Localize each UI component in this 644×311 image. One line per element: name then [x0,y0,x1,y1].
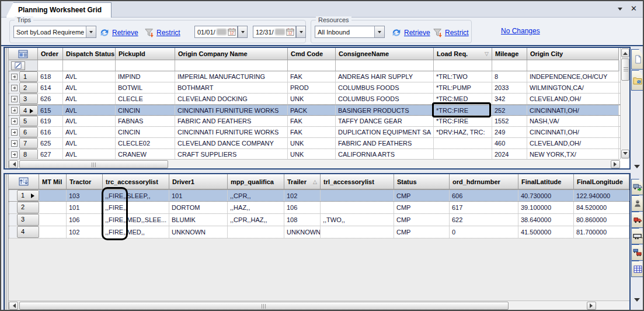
column-header-driver1[interactable]: Driver1 [169,174,228,189]
hscroll-thumb[interactable] [19,160,168,168]
cell-origin_city[interactable]: CLEVELAND,OH/ [527,138,619,148]
cell-dispatch_status[interactable]: AVL [63,149,116,159]
cell-load_req[interactable]: *DRV:HAZ, TRC: [434,127,492,137]
cell-origin_city[interactable]: NEW YORK,TX/ [527,149,619,159]
cell-dispatch_status[interactable]: AVL [63,127,116,137]
cell-origin_company[interactable]: CINCINNATI FURNITURE WORKS [175,105,288,115]
cell-mpp_qualifica[interactable]: ,,HAZ,, [228,202,284,213]
cell-final_latitude[interactable]: 40.730000 [518,190,574,201]
row-header[interactable]: 1 [17,190,39,201]
scroll-down-button[interactable] [621,150,629,158]
trips-retrieve-link[interactable]: Retrieve [99,27,138,38]
trips-sort-combo-arrow-icon[interactable] [86,26,96,37]
hscroll-thumb[interactable] [19,302,509,310]
trips-hscrollbar[interactable] [9,159,620,168]
cell-cmd_code[interactable]: PACK [288,105,336,115]
cell-origin_company[interactable]: CRAFT SUPPLIERS [175,149,288,159]
scroll-up-button[interactable] [621,49,629,57]
expand-row-button[interactable] [11,107,18,113]
cell-tractor[interactable]: 102 [67,226,103,238]
cell-mpp_qualifica[interactable] [228,226,284,238]
cell-final_longitude[interactable]: 122.940000 [574,190,629,201]
cell-origin_company[interactable]: CINCINNATI FURNITURE WORKS [175,127,288,137]
cell-consignee[interactable]: ANDREAS HAIR SUPPLY [336,71,434,82]
resources-combo-arrow-icon[interactable] [374,26,384,37]
trips-sort-combo[interactable]: Sort byLoad Requireme [13,26,96,38]
filter-cell-load_req[interactable] [434,60,492,71]
filter-row-button[interactable] [11,61,25,70]
column-header-load_req[interactable]: Load Req.▽ [434,48,492,60]
column-header-final_latitude[interactable]: FinalLatitude [518,174,574,189]
cell-consignee[interactable]: BASINGER PRODUCTS [336,105,434,115]
cell-mileage[interactable]: 252 [492,105,527,115]
cell-origin_city[interactable]: CLEVELAND,OH/ [527,94,619,104]
column-header-mpp_qualifica[interactable]: mpp_qualifica [228,174,284,189]
row-header[interactable]: 5 [19,116,38,126]
cell-final_longitude[interactable]: 80.860000 [574,214,629,226]
row-header[interactable]: 3 [19,94,38,104]
cell-driver1[interactable]: UNKNOWN [169,226,228,238]
cell-origin_city[interactable]: NASH,VA/ [527,116,619,126]
filter-cell-dispatch_status[interactable] [63,60,116,71]
cell-consignee[interactable]: COLUMBUS FOODS [336,94,434,104]
cell-load_req[interactable]: *TRL:PUMP [434,82,492,93]
cell-trl_accessorylist[interactable] [321,190,394,201]
cell-mt_mil[interactable] [39,190,67,201]
cell-trailer[interactable]: 108 [284,214,321,226]
filter-cell-pickupid[interactable] [116,60,175,71]
cell-cmd_code[interactable]: UNK [288,94,336,104]
resources-restrict-link[interactable]: Restrict [433,27,469,38]
cell-mt_mil[interactable] [39,202,67,213]
filter-cell-cmd_code[interactable] [288,60,336,71]
cell-consignee[interactable]: TAFFY DANCE GEAR [336,116,434,126]
cell-mileage[interactable]: 2033 [492,82,527,93]
cell-status[interactable]: CMP [394,214,450,226]
cell-trl_accessorylist[interactable]: ,,TWO,, [321,214,394,226]
column-header-pickupid[interactable]: PickupId [116,48,175,60]
cell-origin_company[interactable]: FABRIC AND FEATHERS [175,116,288,126]
scroll-right-button[interactable] [587,302,596,310]
cell-origin_company[interactable]: CLEVELAND DOCKING [175,94,288,104]
cell-origin_city[interactable]: CINCINNATI,OH/ [527,105,619,115]
row-header[interactable]: 4 [19,105,38,115]
column-header-origin_city[interactable]: Origin City [527,48,619,60]
sidebar-tab-tractor[interactable] [631,212,644,228]
filter-cell-order[interactable] [38,60,63,71]
cell-tractor[interactable]: 103 [67,190,103,201]
column-header-tractor[interactable]: Tractor [67,174,103,189]
cell-cmd_code[interactable]: UNK [288,149,336,159]
cell-dispatch_status[interactable]: AVL [63,82,116,93]
close-button[interactable]: ✕ [631,5,637,13]
cell-origin_company[interactable]: BOTHMART [175,82,288,93]
no-changes-link[interactable]: No Changes [501,27,540,35]
cell-mpp_qualifica[interactable]: ,,CPR,,HAZ,, [228,214,284,226]
cell-load_req[interactable] [434,138,492,148]
column-header-mt_mil[interactable]: MT Mil [39,174,67,189]
cell-pickupid[interactable]: FABNAS [116,116,175,126]
row-header[interactable]: 4 [17,226,39,238]
cell-origin_city[interactable]: WILMINGTON,CA/ [527,82,619,93]
row-header[interactable]: 2 [17,202,39,213]
expand-row-button[interactable] [11,140,18,147]
cell-status[interactable]: CMP [394,226,450,238]
cell-cmd_code[interactable]: FAK [288,71,336,82]
scroll-left-button[interactable] [9,302,18,310]
cell-tractor[interactable]: 101 [67,202,103,213]
cell-consignee[interactable]: DUPLICATION EQUIPMENT SA [336,127,434,137]
cell-final_longitude[interactable]: 81.700000 [574,226,629,238]
date-to-field[interactable]: 12/31/ 12 [253,26,296,38]
cell-trl_accessorylist[interactable] [321,202,394,213]
cell-load_req[interactable]: *TRL:TWO [434,71,492,82]
filter-cell-consignee[interactable] [336,60,434,71]
filter-cell-origin_company[interactable] [175,60,288,71]
row-header[interactable]: 8 [19,149,38,159]
tabstrip-scroll-down-button[interactable] [634,165,640,171]
cell-consignee[interactable]: COLUMBUS FOODS [336,82,434,93]
resources-hscrollbar[interactable] [9,300,629,310]
sidebar-tab-folder-refresh[interactable] [631,70,644,91]
expand-row-button[interactable] [11,96,18,102]
cell-origin_city[interactable]: CINCINNATI,OH/ [527,127,619,137]
cell-pickupid[interactable]: CLECLE02 [116,138,175,148]
cell-pickupid[interactable]: CINCIN [116,105,175,115]
cell-tractor[interactable]: 106 [67,214,103,226]
